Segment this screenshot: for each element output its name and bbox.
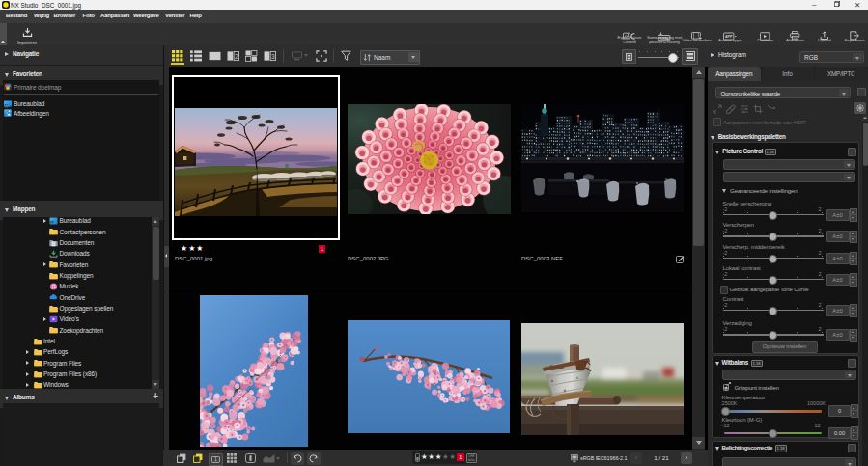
svg-text:1: 1 xyxy=(214,456,217,462)
svg-text:2: 2 xyxy=(235,52,238,59)
svg-text:3: 3 xyxy=(271,52,275,59)
